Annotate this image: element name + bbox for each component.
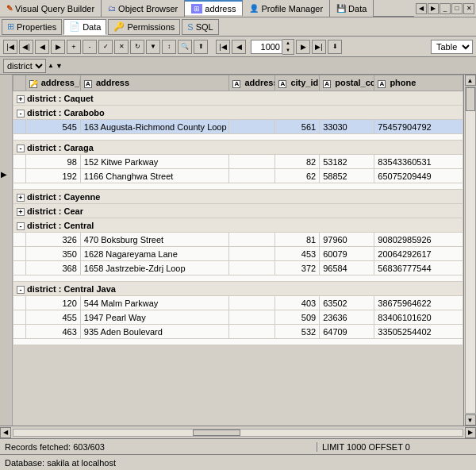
table-row[interactable]: 120544 Malm Parkway4036350238675964622 xyxy=(13,296,463,310)
vqb-icon: ✎ xyxy=(6,4,13,13)
cell-address2 xyxy=(229,247,275,261)
cell-city_id: 509 xyxy=(275,310,320,325)
nav-page-first[interactable]: |◀ xyxy=(216,40,230,54)
nav-page-prev[interactable]: ◀ xyxy=(232,40,246,54)
tab-address[interactable]: ⊞ address xyxy=(185,0,243,17)
col-address-id-label: address_id xyxy=(41,78,81,87)
th-address-id[interactable]: 🔑 address_id xyxy=(25,75,80,91)
cell-phone: 83406101620 xyxy=(374,310,463,325)
group-row[interactable]: -district : Central xyxy=(13,218,463,233)
nav-first[interactable]: |◀ xyxy=(3,40,17,54)
group-expand-btn[interactable]: + xyxy=(17,194,25,202)
cell-address: 935 Aden Boulevard xyxy=(80,325,229,339)
cell-postal_code: 97960 xyxy=(320,233,374,247)
toolbar-tab-data[interactable]: 📄 Data xyxy=(63,19,106,35)
nav-download[interactable]: ⬇ xyxy=(328,40,342,54)
nav-save[interactable]: ✓ xyxy=(98,40,113,54)
tab-data[interactable]: 💾 Data xyxy=(330,0,374,17)
win-minimize[interactable]: _ xyxy=(440,3,451,14)
nav-search[interactable]: 🔍 xyxy=(178,40,192,54)
th-phone[interactable]: A phone xyxy=(374,75,463,91)
table-row[interactable]: 463935 Aden Boulevard5326470933505254402 xyxy=(13,325,463,339)
nav-remove[interactable]: - xyxy=(83,40,97,54)
limit-down[interactable]: ▼ xyxy=(282,47,294,54)
tab-vqb[interactable]: ✎ Visual Query Builder xyxy=(0,0,102,17)
cell-address2 xyxy=(229,325,275,339)
table-row[interactable]: 3681658 Jastrzebie-Zdrj Loop372965845683… xyxy=(13,261,463,275)
hscroll-right[interactable]: ▶ xyxy=(465,427,476,438)
vscroll-down[interactable]: ▼ xyxy=(465,414,476,426)
win-close[interactable]: ✕ xyxy=(463,3,474,14)
group-expand-btn[interactable]: + xyxy=(17,95,25,103)
database-info: Database: sakila at localhost xyxy=(5,458,116,468)
table-row[interactable]: 4551947 Pearl Way5092363683406101620 xyxy=(13,310,463,325)
tab-object-browser[interactable]: 🗂 Object Browser xyxy=(102,0,185,17)
win-nav-left[interactable]: ◀ xyxy=(416,3,427,14)
nav-refresh[interactable]: ↻ xyxy=(130,40,144,54)
win-nav-right[interactable]: ▶ xyxy=(428,3,439,14)
group-expand-btn[interactable]: - xyxy=(17,144,25,152)
filter-dropdown-icon[interactable]: ▼ xyxy=(56,62,63,70)
toolbar-tab-permissions[interactable]: 🔑 Permissions xyxy=(108,19,180,35)
group-expand-btn[interactable]: - xyxy=(17,222,25,230)
toolbar-data-label: Data xyxy=(83,22,101,32)
nav-cancel[interactable]: ✕ xyxy=(114,40,129,54)
nav-prev-page[interactable]: ◀| xyxy=(19,40,33,54)
nav-prev[interactable]: ◀ xyxy=(35,40,49,54)
nav-export[interactable]: ⬆ xyxy=(194,40,208,54)
tab-profile-manager[interactable]: 👤 Profile Manager xyxy=(243,0,330,17)
cell-address: 1166 Changhwa Street xyxy=(80,169,229,183)
win-maximize[interactable]: □ xyxy=(451,3,463,14)
cell-address2 xyxy=(229,233,275,247)
table-row[interactable]: 3501628 Nagareyama Lane45360079200642926… xyxy=(13,247,463,261)
table-wrapper: 🔑 address_id A address A address2 A xyxy=(13,75,463,426)
group-label: district : Cear xyxy=(27,206,83,216)
cell-address: 1658 Jastrzebie-Zdrj Loop xyxy=(80,261,229,275)
nav-page-next[interactable]: ▶ xyxy=(296,40,310,54)
vscroll-track[interactable] xyxy=(465,87,476,414)
cell-postal_code: 60079 xyxy=(320,247,374,261)
group-row[interactable]: -district : Caraga xyxy=(13,141,463,155)
group-label: district : Caquet xyxy=(27,94,94,103)
th-postal-code[interactable]: A postal_code xyxy=(320,75,374,91)
hscroll-track[interactable] xyxy=(13,429,463,437)
table-row[interactable]: 1921166 Changhwa Street62588526507520944… xyxy=(13,169,463,183)
database-status-bar: Database: sakila at localhost xyxy=(0,454,476,470)
limit-input-group: 1000 ▲ ▼ xyxy=(251,39,294,55)
group-expand-btn[interactable]: - xyxy=(17,286,25,294)
th-address[interactable]: A address xyxy=(80,75,229,91)
limit-input[interactable]: 1000 xyxy=(251,40,282,54)
group-row[interactable]: +district : Caquet xyxy=(13,91,463,106)
cell-address2 xyxy=(229,120,275,134)
perms-icon: 🔑 xyxy=(113,21,125,32)
group-expand-btn[interactable]: - xyxy=(17,110,25,118)
table-row[interactable]: 545163 Augusta-Richmond County Loop56133… xyxy=(13,120,463,134)
limit-up[interactable]: ▲ xyxy=(282,40,294,47)
group-row[interactable]: -district : Carabobo xyxy=(13,106,463,120)
nav-next[interactable]: ▶ xyxy=(51,40,65,54)
table-row[interactable]: 326470 Boksburg Street819796090802985926 xyxy=(13,233,463,247)
group-row[interactable]: -district : Central Java xyxy=(13,282,463,296)
vscroll-up[interactable]: ▲ xyxy=(465,75,476,86)
cell-phone: 75457904792 xyxy=(374,120,463,134)
toolbar-tab-properties[interactable]: ⊞ Properties xyxy=(2,19,62,35)
table-row[interactable]: 98152 Kitwe Parkway825318283543360531 xyxy=(13,155,463,169)
empty-separator-row xyxy=(13,275,463,282)
cell-address2 xyxy=(229,310,275,325)
district-filter[interactable]: district xyxy=(3,59,46,73)
nav-filter[interactable]: ▼ xyxy=(146,40,160,54)
toolbar-tab-sql[interactable]: S SQL xyxy=(182,19,218,35)
group-row[interactable]: +district : Cayenne xyxy=(13,190,463,204)
nav-sort[interactable]: ↕ xyxy=(162,40,176,54)
group-row[interactable]: +district : Cear xyxy=(13,204,463,218)
th-city-id[interactable]: A city_id xyxy=(275,75,320,91)
hscroll-left[interactable]: ◀ xyxy=(0,427,11,438)
cell-phone: 56836777544 xyxy=(374,261,463,275)
th-address2[interactable]: A address2 xyxy=(229,75,275,91)
cell-city_id: 82 xyxy=(275,155,320,169)
group-expand-btn[interactable]: + xyxy=(17,208,25,216)
nav-page-last[interactable]: ▶| xyxy=(312,40,326,54)
current-row-marker: ▶ xyxy=(1,170,7,179)
nav-add[interactable]: + xyxy=(67,40,81,54)
view-type-select[interactable]: Table Form xyxy=(431,40,473,54)
